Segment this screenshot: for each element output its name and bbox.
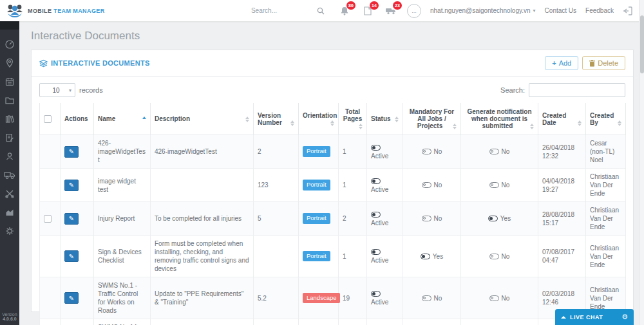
orientation-badge: Portrait <box>303 251 330 261</box>
vertical-scrollbar[interactable] <box>639 0 644 325</box>
toggle-off-icon <box>489 295 499 301</box>
table-row: ✎image widget test123Portrait1ActiveNoNo… <box>40 169 626 202</box>
interactive-documents-panel: INTERACTIVE DOCUMENTS + Add Delete 10 ▾ <box>31 50 634 312</box>
column-header-total-pages[interactable]: Total Pages <box>339 103 367 135</box>
global-search-input[interactable] <box>251 7 308 14</box>
status-cell: Active <box>367 135 403 169</box>
logout-icon[interactable] <box>623 6 632 15</box>
sidebar-item-locations[interactable] <box>0 53 19 72</box>
select-all-checkbox[interactable] <box>44 115 52 123</box>
sidebar-item-reports[interactable] <box>0 203 19 221</box>
column-header-mandatory-for-all-jobs-projects[interactable]: Mandatory For All Jobs / Projects <box>403 103 461 135</box>
user-menu[interactable]: nhat.nguyen@saigontechnology.vn ▾ <box>430 7 536 14</box>
panel-heading: INTERACTIVE DOCUMENTS <box>39 59 150 68</box>
generate-label: No <box>502 148 510 155</box>
sidebar-item-vehicles[interactable] <box>0 165 19 184</box>
sidebar-item-dashboard[interactable] <box>0 35 19 53</box>
chevron-down-icon: ▾ <box>533 8 536 14</box>
column-header-status[interactable]: Status <box>367 103 403 135</box>
notifications-bell-button[interactable]: 86 <box>337 5 352 17</box>
generate-label: No <box>502 295 510 302</box>
contact-us-link[interactable]: Contact Us <box>545 7 576 14</box>
column-header-actions[interactable]: Actions <box>61 103 94 135</box>
pages-cell: 1 <box>339 236 367 277</box>
scrollbar-thumb[interactable] <box>640 15 644 73</box>
column-header-orientation[interactable]: Orientation <box>299 103 339 135</box>
delete-button[interactable]: Delete <box>582 56 625 70</box>
row-checkbox[interactable] <box>44 215 52 223</box>
documents-notification-button[interactable]: 14 <box>361 5 375 17</box>
gauge-icon <box>5 39 15 50</box>
name-cell: Sign & Devices Checklist <box>94 236 151 277</box>
column-header-description[interactable]: Description <box>151 103 254 135</box>
orientation-badge: Portrait <box>303 213 330 223</box>
status-label: Active <box>371 257 388 264</box>
feedback-link[interactable]: Feedback <box>585 7 614 14</box>
generate-cell: No <box>461 169 538 202</box>
user-email-label: nhat.nguyen@saigontechnology.vn <box>430 7 531 14</box>
user-avatar[interactable]: ... <box>407 4 421 18</box>
description-cell: 426-imageWidgetTest <box>151 135 254 169</box>
pages-cell: 1 <box>339 169 367 202</box>
search-icon[interactable] <box>317 7 325 15</box>
description-cell <box>151 169 254 202</box>
edit-button[interactable]: ✎ <box>64 146 79 158</box>
toggle-off-icon <box>489 182 499 188</box>
column-header-created-date[interactable]: Created Date <box>538 103 586 135</box>
edit-button[interactable]: ✎ <box>64 180 79 191</box>
column-header-version-number[interactable]: Version Number <box>254 103 299 135</box>
column-header-name[interactable]: Name <box>94 103 151 135</box>
orientation-cell: Portrait <box>299 236 339 277</box>
chat-settings-gear-icon[interactable]: ⚙ <box>621 313 628 321</box>
sidebar-item-forms[interactable] <box>0 128 19 147</box>
toggle-off-icon <box>422 216 431 221</box>
vehicle-notification-button[interactable]: 23 <box>384 5 398 17</box>
select-all-checkbox-header[interactable] <box>40 103 61 135</box>
sidebar-item-calendar[interactable] <box>0 72 19 91</box>
edit-button[interactable]: ✎ <box>64 292 79 304</box>
name-cell: SWMS No.1 - Traffic Control for Works on… <box>94 277 151 319</box>
sidebar-item-settings[interactable] <box>0 221 19 240</box>
actions-cell: ✎ <box>61 319 94 325</box>
page-title: Interactive Documents <box>19 21 644 50</box>
version-cell <box>254 236 299 277</box>
truck-icon <box>4 171 15 180</box>
sidebar-item-folders[interactable] <box>0 91 19 109</box>
column-header-generate-notification-when-document-is-submitted[interactable]: Generate notification when document is s… <box>461 103 538 135</box>
toggle-on-icon <box>371 212 381 218</box>
edit-button[interactable]: ✎ <box>64 213 79 225</box>
sort-icon <box>530 124 534 129</box>
sidebar-item-tools[interactable] <box>0 184 19 203</box>
live-chat-button[interactable]: LIVE CHAT ⚙ <box>555 309 634 325</box>
edit-button[interactable]: ✎ <box>64 250 79 262</box>
version-cell: 123 <box>254 169 299 202</box>
records-per-page-select[interactable]: 10 ▾ <box>39 83 75 97</box>
mandatory-cell: No <box>403 277 461 319</box>
add-button[interactable]: + Add <box>545 56 578 70</box>
toggle-off-icon <box>422 182 431 188</box>
sidebar-item-library[interactable] <box>0 109 19 128</box>
area-chart-icon <box>5 207 15 218</box>
status-label: Active <box>371 219 388 227</box>
sort-icon <box>395 116 399 122</box>
generate-label: No <box>502 181 510 189</box>
app-logo[interactable]: MOBILE TEAM MANAGER <box>0 3 148 19</box>
version-cell: 5.2 <box>254 319 299 325</box>
toggle-on-icon <box>421 254 430 259</box>
top-header: MOBILE TEAM MANAGER 86 14 <box>0 0 644 21</box>
status-label: Active <box>371 186 388 193</box>
main-content: Interactive Documents INTERACTIVE DOCUME… <box>19 21 644 325</box>
column-header-created-by[interactable]: Created By <box>586 103 626 135</box>
generate-cell: No <box>461 319 538 325</box>
sort-asc-icon <box>142 116 146 119</box>
created-by-cell: Cesar (non-TL) Noel <box>586 135 626 169</box>
crossed-tools-icon <box>5 189 15 199</box>
sort-icon <box>330 120 334 126</box>
notification-count-badge: 23 <box>393 1 402 10</box>
sidebar-item-contacts[interactable] <box>0 147 19 165</box>
actions-cell: ✎ <box>61 202 94 236</box>
table-search-input[interactable] <box>529 83 625 97</box>
sort-icon <box>245 116 249 122</box>
map-pin-icon <box>5 58 15 68</box>
sidebar-nav: Version 4.0.6.0 <box>0 21 19 325</box>
